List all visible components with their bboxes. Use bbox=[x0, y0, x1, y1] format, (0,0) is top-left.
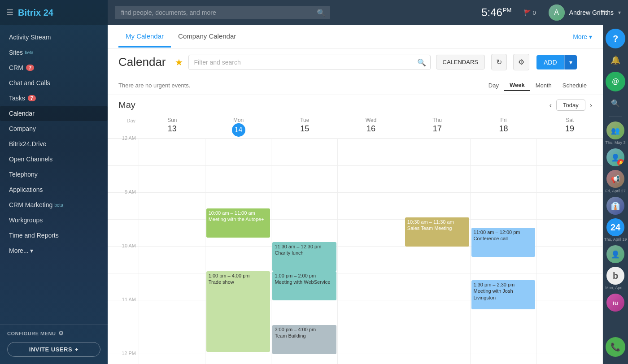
filter-search-input[interactable] bbox=[188, 55, 431, 70]
add-button[interactable]: ADD bbox=[536, 55, 564, 69]
sidebar-item-crmmarketing[interactable]: CRM Marketingbeta bbox=[0, 197, 108, 212]
help-button[interactable]: ? bbox=[606, 29, 625, 48]
day-slot[interactable] bbox=[471, 193, 536, 220]
day-slot[interactable] bbox=[338, 247, 404, 273]
day-slot[interactable] bbox=[271, 300, 337, 327]
search-button[interactable]: 🔍 bbox=[606, 93, 625, 113]
event-block[interactable]: 10:00 am – 11:00 amMeeting with the Auto… bbox=[206, 208, 270, 238]
sidebar-item-chatandcalls[interactable]: Chat and Calls bbox=[0, 75, 108, 91]
day-slot[interactable] bbox=[404, 300, 470, 327]
event-block[interactable]: 1:00 pm – 4:00 pmTrade show bbox=[206, 271, 270, 352]
rs-avatar-3[interactable]: 📢 bbox=[606, 170, 624, 188]
day-slot[interactable] bbox=[471, 166, 536, 193]
sidebar-item-activitystream[interactable]: Activity Stream bbox=[0, 30, 108, 45]
day-slot[interactable] bbox=[404, 166, 470, 193]
sidebar-item-timeandreports[interactable]: Time and Reports bbox=[0, 228, 108, 243]
day-slot[interactable] bbox=[205, 247, 271, 273]
rs-avatar-7[interactable]: b bbox=[606, 267, 624, 285]
event-block[interactable]: 10:30 am – 11:30 amSales Team Meeting bbox=[405, 217, 469, 247]
sidebar-item-tasks[interactable]: Tasks7 bbox=[0, 91, 108, 106]
day-slot[interactable] bbox=[139, 247, 205, 273]
rs-contact-3[interactable]: 📢 Fri, April 27 bbox=[605, 170, 626, 193]
rs-contact-2[interactable]: 👤 🔔 bbox=[606, 148, 624, 166]
day-slot[interactable] bbox=[139, 354, 205, 364]
view-schedule-button[interactable]: Schedule bbox=[557, 80, 592, 91]
day-slot[interactable] bbox=[536, 247, 602, 273]
rs-avatar-4[interactable]: 👔 bbox=[606, 197, 624, 215]
sidebar-item-calendar[interactable]: Calendar bbox=[0, 106, 108, 121]
sidebar-item-applications[interactable]: Applications bbox=[0, 182, 108, 197]
view-month-button[interactable]: Month bbox=[530, 80, 557, 91]
day-slot[interactable] bbox=[338, 220, 404, 247]
tab-company-calendar[interactable]: Company Calendar bbox=[171, 26, 243, 48]
star-icon[interactable]: ★ bbox=[175, 57, 183, 68]
rs-contact-8[interactable]: iu bbox=[606, 294, 624, 312]
mentions-button[interactable]: @ bbox=[606, 72, 625, 91]
day-slot[interactable] bbox=[338, 300, 404, 327]
rs-avatar-5[interactable]: 24 bbox=[606, 218, 624, 236]
sidebar-item-workgroups[interactable]: Workgroups bbox=[0, 212, 108, 228]
notifications-button[interactable]: 🔔 bbox=[606, 50, 625, 70]
calendars-button[interactable]: CALENDARS bbox=[436, 55, 485, 69]
more-button[interactable]: More ▾ bbox=[573, 33, 592, 40]
prev-arrow[interactable]: ‹ bbox=[550, 101, 552, 109]
day-slot[interactable] bbox=[404, 354, 470, 364]
settings-icon[interactable]: ⚙ bbox=[513, 54, 529, 70]
day-slot[interactable] bbox=[139, 166, 205, 193]
next-arrow[interactable]: › bbox=[590, 101, 592, 109]
rs-avatar-2[interactable]: 👤 🔔 bbox=[606, 148, 624, 166]
day-slot[interactable] bbox=[338, 193, 404, 220]
sidebar-item-crm[interactable]: CRM7 bbox=[0, 60, 108, 75]
day-slot[interactable] bbox=[139, 327, 205, 354]
day-slot[interactable] bbox=[139, 139, 205, 166]
event-block[interactable]: 3:00 pm – 4:00 pmTeam Building bbox=[272, 325, 336, 354]
day-slot[interactable] bbox=[536, 273, 602, 300]
event-block[interactable]: 1:00 pm – 2:00 pmMeeting with WebService bbox=[272, 271, 336, 300]
event-block[interactable]: 11:00 am – 12:00 pmConference call bbox=[471, 228, 536, 257]
day-slot[interactable] bbox=[205, 354, 271, 364]
rs-contact-1[interactable]: 👥 Thu, May 3 bbox=[605, 121, 625, 145]
rs-avatar-1[interactable]: 👥 bbox=[606, 121, 624, 139]
phone-button[interactable]: 📞 bbox=[606, 337, 625, 357]
sidebar-item-sites[interactable]: Sitesbeta bbox=[0, 45, 108, 60]
day-slot[interactable] bbox=[338, 166, 404, 193]
day-slot[interactable] bbox=[271, 193, 337, 220]
day-slot[interactable] bbox=[271, 139, 337, 166]
day-slot[interactable] bbox=[471, 354, 536, 364]
tab-my-calendar[interactable]: My Calendar bbox=[118, 26, 171, 48]
day-slot[interactable] bbox=[139, 300, 205, 327]
configure-menu-button[interactable]: CONFIGURE MENU ⚙ bbox=[7, 330, 100, 337]
hamburger-menu-icon[interactable]: ☰ bbox=[6, 8, 13, 17]
day-slot[interactable] bbox=[536, 139, 602, 166]
day-slot[interactable] bbox=[338, 327, 404, 354]
flag-notifications[interactable]: 🚩 0 bbox=[524, 9, 536, 16]
day-slot[interactable] bbox=[271, 166, 337, 193]
day-slot[interactable] bbox=[139, 220, 205, 247]
day-slot[interactable] bbox=[338, 273, 404, 300]
view-week-button[interactable]: Week bbox=[504, 80, 530, 91]
sidebar-item-more...[interactable]: More... ▾ bbox=[0, 243, 108, 258]
today-button[interactable]: Today bbox=[556, 100, 585, 111]
rs-contact-5[interactable]: 24 Thu, April 19 bbox=[604, 218, 627, 242]
event-block[interactable]: 1:30 pm – 2:30 pmMeeting with Josh Livin… bbox=[471, 280, 536, 309]
day-slot[interactable] bbox=[271, 354, 337, 364]
day-slot[interactable] bbox=[536, 300, 602, 327]
rs-contact-4[interactable]: 👔 bbox=[606, 197, 624, 215]
add-dropdown-button[interactable]: ▾ bbox=[564, 55, 577, 69]
invite-users-button[interactable]: INVITE USERS + bbox=[7, 342, 100, 357]
rs-contact-6[interactable]: 👤 bbox=[606, 245, 624, 263]
user-section[interactable]: A Andrew Griffiths ▾ bbox=[549, 4, 621, 21]
rs-contact-7[interactable]: b Mon, Apri... bbox=[605, 267, 626, 290]
day-slot[interactable] bbox=[536, 220, 602, 247]
sidebar-item-bitrix24.drive[interactable]: Bitrix24.Drive bbox=[0, 136, 108, 152]
day-slot[interactable] bbox=[404, 193, 470, 220]
day-slot[interactable] bbox=[139, 273, 205, 300]
rs-avatar-6[interactable]: 👤 bbox=[606, 245, 624, 263]
event-block[interactable]: 11:30 am – 12:30 pmCharity lunch bbox=[272, 242, 336, 271]
day-slot[interactable] bbox=[536, 327, 602, 354]
view-day-button[interactable]: Day bbox=[483, 80, 504, 91]
sidebar-item-openchannels[interactable]: Open Channels bbox=[0, 152, 108, 167]
sidebar-item-company[interactable]: Company bbox=[0, 121, 108, 136]
day-slot[interactable] bbox=[338, 139, 404, 166]
rs-avatar-8[interactable]: iu bbox=[606, 294, 624, 312]
